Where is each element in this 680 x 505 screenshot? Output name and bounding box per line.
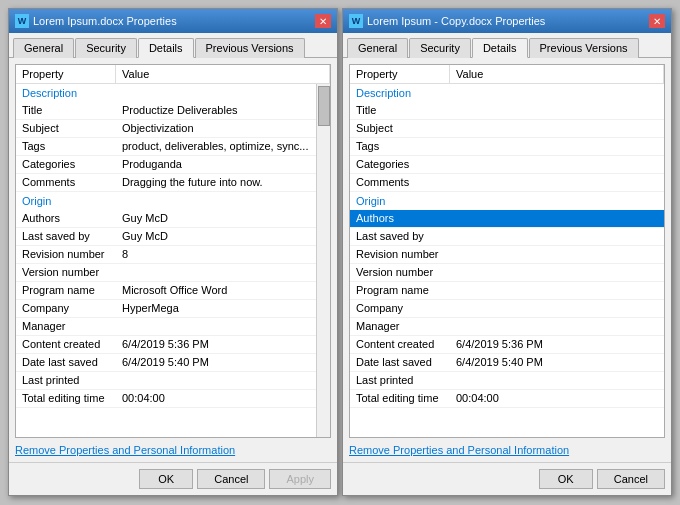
prop-cell: Authors: [350, 210, 450, 227]
prop-cell: Authors: [16, 210, 116, 227]
table-row[interactable]: Date last saved 6/4/2019 5:40 PM: [350, 354, 664, 372]
table-row[interactable]: Subject Objectivization: [16, 120, 330, 138]
col-header-value-1: Value: [116, 65, 330, 83]
val-cell: [450, 102, 664, 119]
footer-1: OK Cancel Apply: [9, 462, 337, 495]
prop-cell: Program name: [350, 282, 450, 299]
prop-cell: Version number: [16, 264, 116, 281]
val-cell: [450, 174, 664, 191]
val-cell: 6/4/2019 5:36 PM: [116, 336, 330, 353]
table-row[interactable]: Last printed: [16, 372, 330, 390]
val-cell: [450, 318, 664, 335]
table-row[interactable]: Subject: [350, 120, 664, 138]
table-row[interactable]: Total editing time 00:04:00: [16, 390, 330, 408]
table-row[interactable]: Comments Dragging the future into now.: [16, 174, 330, 192]
dialog-1: W Lorem Ipsum.docx Properties ✕ General …: [8, 8, 338, 496]
cancel-button-1[interactable]: Cancel: [197, 469, 265, 489]
table-row[interactable]: Authors Guy McD: [16, 210, 330, 228]
section-label-description-1: Description: [16, 84, 330, 102]
table-row[interactable]: Version number: [16, 264, 330, 282]
table-row[interactable]: Last saved by: [350, 228, 664, 246]
prop-cell: Categories: [16, 156, 116, 173]
val-cell: 00:04:00: [116, 390, 330, 407]
prop-cell: Company: [16, 300, 116, 317]
close-button-1[interactable]: ✕: [315, 14, 331, 28]
close-button-2[interactable]: ✕: [649, 14, 665, 28]
tabs-2: General Security Details Previous Versio…: [343, 33, 671, 58]
table-row[interactable]: Title: [350, 102, 664, 120]
tab-security-2[interactable]: Security: [409, 38, 471, 58]
table-row[interactable]: Tags product, deliverables, optimize, sy…: [16, 138, 330, 156]
table-row[interactable]: Program name: [350, 282, 664, 300]
table-row[interactable]: Content created 6/4/2019 5:36 PM: [350, 336, 664, 354]
val-cell: [450, 264, 664, 281]
tab-general-1[interactable]: General: [13, 38, 74, 58]
col-header-property-1: Property: [16, 65, 116, 83]
table-row[interactable]: Revision number: [350, 246, 664, 264]
section-origin-2: Origin: [350, 192, 664, 210]
tab-security-1[interactable]: Security: [75, 38, 137, 58]
table-row[interactable]: Manager: [16, 318, 330, 336]
table-row[interactable]: Content created 6/4/2019 5:36 PM: [16, 336, 330, 354]
val-cell: Guy McD: [116, 228, 330, 245]
table-row[interactable]: Company: [350, 300, 664, 318]
prop-cell: Date last saved: [16, 354, 116, 371]
table-row[interactable]: Title Productize Deliverables: [16, 102, 330, 120]
tab-details-1[interactable]: Details: [138, 38, 194, 58]
prop-cell: Title: [350, 102, 450, 119]
val-cell: Guy McD: [116, 210, 330, 227]
col-header-value-2: Value: [450, 65, 664, 83]
table-row[interactable]: Program name Microsoft Office Word: [16, 282, 330, 300]
prop-cell: Version number: [350, 264, 450, 281]
prop-cell: Date last saved: [350, 354, 450, 371]
prop-cell: Last saved by: [350, 228, 450, 245]
table-header-1: Property Value: [16, 65, 330, 84]
apply-button-1[interactable]: Apply: [269, 469, 331, 489]
table-row[interactable]: Company HyperMega: [16, 300, 330, 318]
table-row[interactable]: Categories Produganda: [16, 156, 330, 174]
table-row[interactable]: Last saved by Guy McD: [16, 228, 330, 246]
table-row[interactable]: Version number: [350, 264, 664, 282]
prop-cell: Revision number: [350, 246, 450, 263]
tab-details-2[interactable]: Details: [472, 38, 528, 58]
scrollbar-1[interactable]: [316, 83, 330, 437]
table-inner-2[interactable]: Property Value Description Title Subject…: [350, 65, 664, 437]
section-label-origin-1: Origin: [16, 192, 330, 210]
val-cell: [116, 264, 330, 281]
table-inner-1[interactable]: Property Value Description Title Product…: [16, 65, 330, 437]
val-cell: Objectivization: [116, 120, 330, 137]
word-icon-2: W: [349, 14, 363, 28]
table-row[interactable]: Manager: [350, 318, 664, 336]
table-row-selected[interactable]: Authors: [350, 210, 664, 228]
content-1: Property Value Description Title Product…: [9, 58, 337, 462]
tab-previous-versions-1[interactable]: Previous Versions: [195, 38, 305, 58]
val-cell: product, deliverables, optimize, sync...: [116, 138, 330, 155]
remove-link-1[interactable]: Remove Properties and Personal Informati…: [15, 444, 331, 456]
table-row[interactable]: Comments: [350, 174, 664, 192]
tab-previous-versions-2[interactable]: Previous Versions: [529, 38, 639, 58]
ok-button-2[interactable]: OK: [539, 469, 593, 489]
table-header-2: Property Value: [350, 65, 664, 84]
cancel-button-2[interactable]: Cancel: [597, 469, 665, 489]
table-row[interactable]: Last printed: [350, 372, 664, 390]
prop-cell: Tags: [16, 138, 116, 155]
remove-link-2[interactable]: Remove Properties and Personal Informati…: [349, 444, 665, 456]
table-row[interactable]: Revision number 8: [16, 246, 330, 264]
tab-general-2[interactable]: General: [347, 38, 408, 58]
table-row[interactable]: Total editing time 00:04:00: [350, 390, 664, 408]
content-2: Property Value Description Title Subject…: [343, 58, 671, 462]
val-cell: Produganda: [116, 156, 330, 173]
prop-cell: Last printed: [16, 372, 116, 389]
val-cell: [450, 372, 664, 389]
table-row[interactable]: Tags: [350, 138, 664, 156]
ok-button-1[interactable]: OK: [139, 469, 193, 489]
val-cell: Microsoft Office Word: [116, 282, 330, 299]
table-row[interactable]: Categories: [350, 156, 664, 174]
table-row[interactable]: Date last saved 6/4/2019 5:40 PM: [16, 354, 330, 372]
tabs-1: General Security Details Previous Versio…: [9, 33, 337, 58]
prop-cell: Categories: [350, 156, 450, 173]
val-cell: HyperMega: [116, 300, 330, 317]
scrollthumb-1[interactable]: [318, 86, 330, 126]
section-description-2: Description: [350, 84, 664, 102]
section-description-1: Description: [16, 84, 330, 102]
